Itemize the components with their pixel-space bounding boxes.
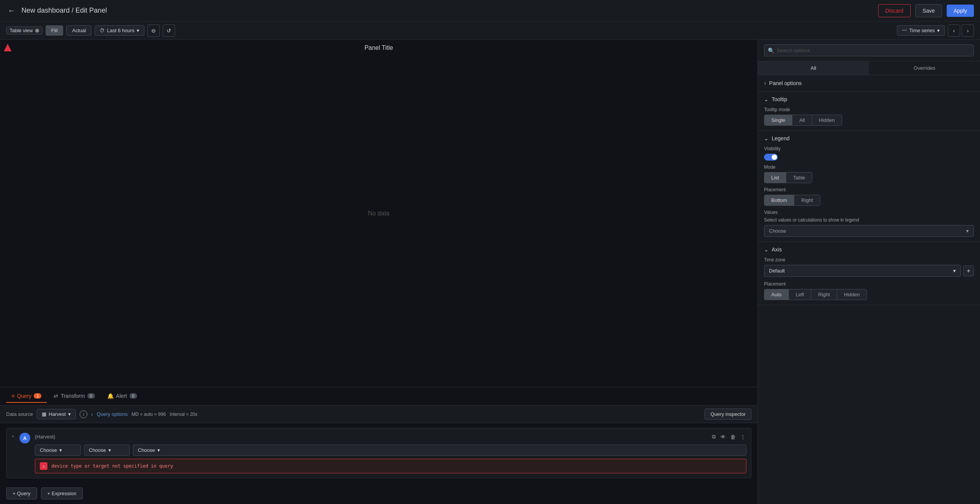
tooltip-section: Tooltip Tooltip mode Single All Hidden: [758, 92, 980, 131]
panel-type-icon: 〰: [902, 28, 907, 33]
legend-section-label: Legend: [772, 135, 790, 141]
query-inspector-button[interactable]: Query inspector: [705, 409, 751, 420]
page-title: New dashboard / Edit Panel: [21, 7, 874, 15]
axis-placement-group: Auto Left Right Hidden: [764, 289, 867, 300]
back-button[interactable]: ←: [6, 5, 17, 16]
query-select-3[interactable]: Choose ▾: [133, 445, 746, 456]
search-input[interactable]: [764, 44, 974, 56]
add-query-button[interactable]: + Query: [6, 488, 37, 499]
legend-section: Legend Visibility Mode List Table Placem…: [758, 131, 980, 242]
error-message: device type or target not specified in q…: [51, 463, 173, 469]
legend-placement-bottom[interactable]: Bottom: [764, 195, 794, 205]
axis-tz-chevron: ▾: [953, 268, 956, 274]
legend-mode-list[interactable]: List: [764, 172, 786, 183]
legend-placement-right[interactable]: Right: [794, 195, 820, 205]
panel-options-header[interactable]: Panel options: [758, 75, 980, 92]
axis-placement-left[interactable]: Left: [789, 289, 811, 300]
legend-values-placeholder: Choose: [769, 228, 786, 234]
datasource-info-button[interactable]: i: [80, 410, 87, 418]
query-select-2[interactable]: Choose ▾: [84, 445, 130, 456]
right-panel: 🔍 All Overrides Panel options Tooltip To…: [758, 40, 980, 504]
table-view-label: Table view: [10, 28, 33, 33]
apply-button[interactable]: Apply: [947, 5, 974, 17]
tab-alert[interactable]: 🔔 Alert 0: [102, 390, 142, 403]
query-actions: ⧉ 👁 🗑 ⋮: [711, 433, 746, 441]
panel-type-selector[interactable]: 〰 Time series ▾: [897, 25, 945, 36]
legend-mode-label: Mode: [764, 164, 974, 170]
panel-preview: Panel Title No data: [0, 40, 757, 387]
search-icon: 🔍: [768, 48, 774, 54]
panel-nav: ‹ ›: [948, 25, 974, 37]
top-bar: ← New dashboard / Edit Panel Discard Sav…: [0, 0, 980, 21]
panel-nav-prev-button[interactable]: ‹: [948, 25, 960, 37]
tooltip-mode-all[interactable]: All: [792, 115, 812, 125]
axis-chevron: [764, 246, 769, 253]
tab-transform-badge: 0: [87, 393, 95, 399]
filter-tab-all[interactable]: All: [758, 61, 869, 75]
tooltip-chevron: [764, 96, 769, 102]
query-selects: Choose ▾ Choose ▾ Choose ▾: [35, 445, 746, 456]
panel-nav-next-icon: ›: [967, 28, 969, 34]
search-box: 🔍: [758, 40, 980, 61]
legend-visibility-label: Visibility: [764, 146, 974, 151]
legend-mode-table[interactable]: Table: [786, 172, 812, 183]
time-range-icon: ⏱: [100, 28, 105, 33]
query-meta-md: MD = auto = 996: [132, 412, 166, 417]
datasource-selector[interactable]: ▦ Harvest ▾: [37, 409, 76, 419]
refresh-button[interactable]: ↺: [163, 25, 175, 37]
panel-toolbar: Table view Fill Actual ⏱ Last 6 hours ▾ …: [0, 21, 980, 40]
tooltip-mode-label: Tooltip mode: [764, 107, 974, 112]
tooltip-title-row[interactable]: Tooltip: [764, 96, 974, 102]
query-options-label: Query options: [97, 411, 128, 417]
axis-title-row[interactable]: Axis: [764, 246, 974, 253]
time-range-picker[interactable]: ⏱ Last 6 hours ▾: [95, 25, 144, 36]
tab-transform[interactable]: ⇄ Transform 0: [48, 390, 100, 403]
add-expression-button[interactable]: + Expression: [41, 488, 83, 499]
table-view-toggle[interactable]: Table view: [6, 26, 43, 34]
query-letter-a[interactable]: A: [20, 433, 30, 443]
axis-placement-auto[interactable]: Auto: [764, 289, 789, 300]
axis-placement-label: Placement: [764, 281, 974, 287]
tooltip-section-label: Tooltip: [772, 96, 787, 102]
legend-placement-group: Bottom Right: [764, 195, 820, 206]
axis-placement-right[interactable]: Right: [811, 289, 837, 300]
add-query-row: + Query + Expression: [0, 483, 757, 504]
discard-button[interactable]: Discard: [878, 4, 911, 17]
query-select-1[interactable]: Choose ▾: [35, 445, 81, 456]
actual-button[interactable]: Actual: [66, 25, 92, 36]
no-data-label: No data: [368, 210, 389, 217]
query-visibility-icon[interactable]: 👁: [720, 433, 726, 441]
legend-visibility-toggle[interactable]: [764, 154, 778, 161]
query-panel: ≡ Query 1 ⇄ Transform 0 🔔 Alert 0 Data s…: [0, 387, 757, 504]
tab-alert-label: Alert: [116, 393, 127, 399]
axis-placement-hidden[interactable]: Hidden: [837, 289, 867, 300]
add-timezone-button[interactable]: +: [963, 266, 974, 276]
query-delete-icon[interactable]: 🗑: [730, 433, 736, 441]
query-copy-icon[interactable]: ⧉: [711, 433, 717, 441]
datasource-icon: ▦: [42, 411, 46, 417]
query-select-2-label: Choose: [89, 447, 106, 453]
time-range-label: Last 6 hours: [107, 28, 134, 33]
axis-tz-select[interactable]: Default ▾: [764, 265, 961, 277]
tab-alert-icon: 🔔: [107, 393, 114, 399]
back-icon: ←: [8, 6, 15, 15]
tooltip-mode-hidden[interactable]: Hidden: [812, 115, 842, 125]
legend-title-row[interactable]: Legend: [764, 135, 974, 141]
panel-nav-next-button[interactable]: ›: [962, 25, 974, 37]
error-icon: ⚠: [40, 462, 47, 470]
tab-transform-icon: ⇄: [54, 393, 58, 399]
axis-tz-row: Default ▾ +: [764, 265, 974, 277]
query-row-inner: (Harvest) ⧉ 👁 🗑 ⋮ Choose ▾: [35, 433, 746, 473]
legend-values-select[interactable]: Choose ▾: [764, 225, 974, 237]
tab-query-badge: 1: [34, 393, 41, 399]
tooltip-mode-single[interactable]: Single: [764, 115, 792, 125]
query-more-icon[interactable]: ⋮: [739, 433, 746, 441]
zoom-out-button[interactable]: ⊖: [147, 25, 160, 37]
tab-query[interactable]: ≡ Query 1: [6, 390, 47, 403]
datasource-label: Data source: [6, 411, 33, 417]
save-button[interactable]: Save: [915, 4, 942, 17]
query-options-link[interactable]: Query options: [97, 411, 128, 417]
query-collapse-icon[interactable]: ⌄: [11, 433, 15, 438]
filter-tab-overrides[interactable]: Overrides: [869, 61, 980, 75]
fill-button[interactable]: Fill: [46, 25, 64, 36]
